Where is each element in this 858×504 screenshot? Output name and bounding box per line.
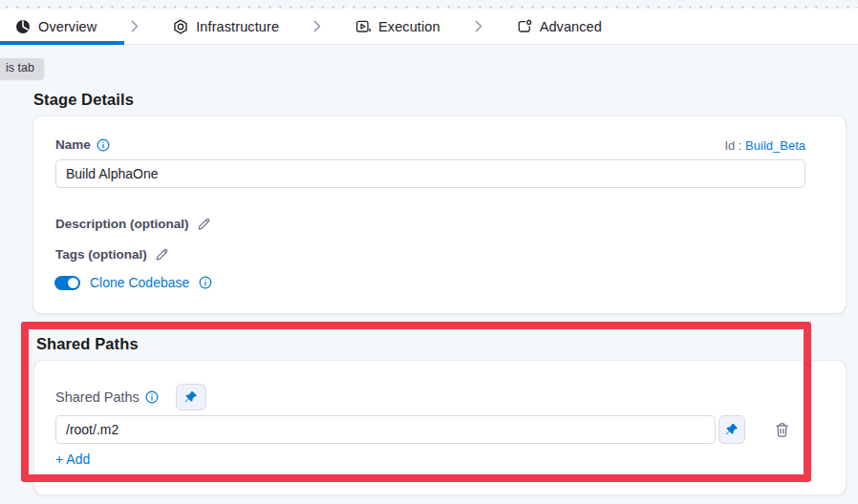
name-label: Name — [55, 137, 91, 152]
pin-button[interactable] — [176, 384, 206, 410]
tags-label: Tags (optional) — [55, 247, 147, 262]
stage-id-label: Id : — [724, 138, 741, 153]
stage-overview-panel: Overview Infrastructure — [0, 0, 858, 504]
shared-paths-card: Shared Paths — [34, 361, 846, 494]
tab-execution[interactable]: Execution — [355, 19, 440, 34]
stage-name-input[interactable] — [55, 159, 805, 188]
tags-row: Tags (optional) — [55, 247, 169, 262]
pin-button[interactable] — [719, 415, 745, 444]
chevron-right-icon — [475, 20, 483, 32]
stage-details-heading: Stage Details — [33, 91, 134, 109]
chevron-right-icon — [313, 20, 321, 32]
shared-paths-heading: Shared Paths — [36, 335, 139, 353]
stage-id: Id : Build_Beta — [724, 138, 805, 153]
tab-infrastructure[interactable]: Infrastructure — [173, 19, 279, 34]
tab-infrastructure-label: Infrastructure — [196, 19, 279, 34]
stage-id-value: Build_Beta — [745, 138, 805, 153]
pencil-icon[interactable] — [197, 217, 211, 231]
stage-tab-bar: Overview Infrastructure — [0, 9, 858, 45]
info-icon[interactable] — [145, 390, 159, 404]
stage-details-card: Name Id : Build_Beta Description (option… — [33, 116, 846, 313]
shared-path-row — [55, 415, 790, 444]
pin-icon — [725, 423, 739, 436]
pipeline-canvas-strip — [0, 0, 858, 9]
tab-overview[interactable]: Overview — [15, 19, 97, 34]
shared-paths-label-row: Shared Paths — [55, 384, 206, 410]
tab-overview-label: Overview — [38, 19, 97, 34]
clone-codebase-toggle[interactable] — [54, 276, 80, 290]
clone-codebase-row: Clone Codebase — [54, 275, 212, 290]
add-shared-path-button[interactable]: + Add — [55, 452, 90, 467]
tab-advanced[interactable]: Advanced — [517, 19, 602, 34]
description-label: Description (optional) — [55, 217, 189, 231]
description-row: Description (optional) — [55, 217, 211, 231]
tab-execution-label: Execution — [378, 19, 440, 34]
info-icon[interactable] — [199, 276, 212, 289]
advanced-icon — [517, 19, 532, 34]
tab-advanced-label: Advanced — [540, 19, 602, 34]
overview-icon — [15, 19, 31, 34]
tooltip-fragment: is tab — [0, 58, 44, 79]
pin-icon — [184, 390, 198, 404]
execution-icon — [355, 19, 371, 34]
chevron-right-icon — [131, 20, 139, 32]
info-icon[interactable] — [97, 138, 110, 152]
clone-codebase-label: Clone Codebase — [90, 275, 189, 290]
name-label-row: Name — [55, 137, 110, 152]
infrastructure-icon — [173, 19, 188, 34]
shared-paths-label: Shared Paths — [55, 389, 139, 405]
trash-icon[interactable] — [774, 422, 790, 438]
pencil-icon[interactable] — [155, 247, 169, 262]
shared-path-input[interactable] — [55, 415, 716, 444]
active-tab-underline — [0, 41, 124, 45]
